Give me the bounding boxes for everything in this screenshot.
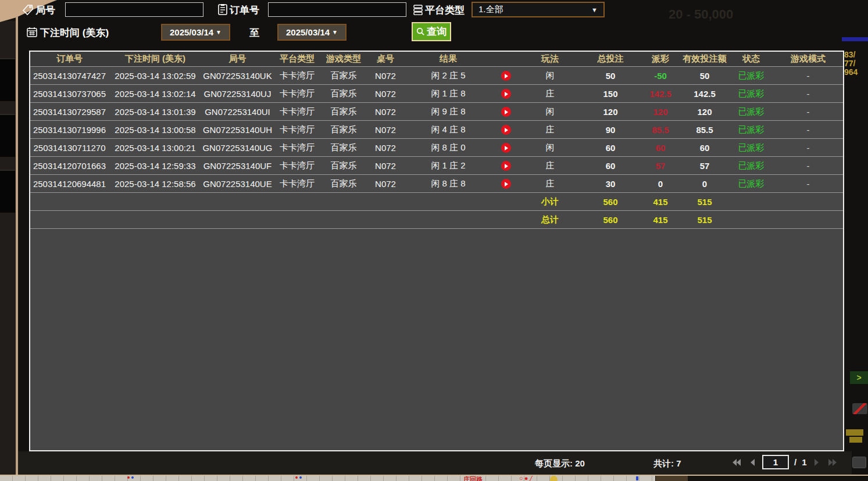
prev-page-button[interactable]: [748, 457, 757, 468]
date-from-picker[interactable]: 2025/03/14 ▼: [161, 24, 230, 41]
platform-type-select[interactable]: 1.全部 ▼: [471, 2, 605, 17]
cell-time: 2025-03-14 12:59:33: [109, 161, 202, 171]
cell-total_bet: 120: [580, 107, 641, 117]
table-row: 2503141207016632025-03-14 12:59:33GN0722…: [30, 157, 843, 175]
tag-icon: [22, 4, 34, 16]
orders-table: 订单号下注时间 (美东)局号平台类型游戏类型桌号结果玩法总投注派彩有效投注额状态…: [29, 51, 844, 451]
cell-round: GN072253140UG: [202, 143, 273, 153]
table-row: 2503141307199962025-03-14 13:00:58GN0722…: [30, 121, 843, 139]
table-row: 2503141307112702025-03-14 13:00:21GN0722…: [30, 139, 843, 157]
play-video-button[interactable]: [501, 89, 511, 99]
pagination: / 1: [730, 455, 839, 469]
page-number-input[interactable]: [762, 455, 789, 469]
query-button[interactable]: 查询: [412, 22, 451, 41]
cell-payout: -50: [641, 71, 680, 81]
background-roadmap-strip: 庄回路 ○●╱: [0, 476, 655, 481]
cell-platform: 卡卡湾厅: [273, 160, 321, 171]
cell-time: 2025-03-14 13:00:21: [109, 143, 202, 153]
play-video-button[interactable]: [501, 161, 511, 171]
next-page-button[interactable]: [812, 457, 821, 468]
table-header-row: 订单号下注时间 (美东)局号平台类型游戏类型桌号结果玩法总投注派彩有效投注额状态…: [30, 52, 843, 67]
cell-game: 百家乐: [321, 142, 366, 153]
cell-valid_bet: 50: [680, 71, 729, 81]
cell-total_bet: 60: [580, 143, 641, 153]
cell-time: 2025-03-14 13:00:58: [109, 125, 202, 135]
cell-playtype: 庄: [520, 88, 580, 99]
table-row: 2503141307474272025-03-14 13:02:59GN0722…: [30, 67, 843, 85]
total-count-label: 共计:: [653, 458, 674, 468]
first-page-button[interactable]: [730, 457, 743, 468]
header-playtype: 玩法: [520, 53, 580, 64]
cell-order: 250314120701663: [30, 161, 109, 171]
total-row: 总计560415515: [30, 211, 843, 229]
cell-playtype: 庄: [520, 178, 580, 189]
play-icon: [505, 182, 508, 186]
play-icon: [505, 146, 508, 150]
cell-round: GN072253140UF: [202, 161, 273, 171]
last-page-button[interactable]: [826, 457, 839, 468]
date-to-picker[interactable]: 2025/03/14 ▼: [277, 24, 347, 41]
footer-bar: [18, 451, 852, 475]
search-icon: [416, 27, 425, 36]
cell-status: 已派彩: [729, 88, 773, 99]
background-sidebar-block: [0, 114, 15, 157]
clipboard-icon: [217, 3, 228, 15]
cell-platform: 卡卡湾厅: [273, 142, 321, 153]
cell-valid_bet: 120: [680, 107, 729, 117]
background-dot: [127, 476, 130, 479]
cell-round: GN072253140UJ: [202, 89, 273, 99]
background-dot: [295, 476, 298, 479]
cell-mode: -: [773, 179, 843, 189]
header-status: 状态: [729, 53, 773, 64]
caret-down-icon: ▼: [216, 29, 222, 35]
cell-time: 2025-03-14 13:02:14: [109, 89, 202, 99]
header-time: 下注时间 (美东): [109, 53, 202, 64]
total-row-payout: 415: [641, 215, 680, 225]
caret-down-icon: ▼: [591, 6, 598, 13]
cell-platform: 卡卡湾厅: [273, 106, 321, 117]
background-dot: [299, 476, 302, 479]
cell-playtype: 庄: [520, 160, 580, 171]
cell-mode: -: [773, 71, 843, 81]
cell-game: 百家乐: [321, 160, 366, 171]
cell-status: 已派彩: [729, 160, 773, 171]
cell-mode: -: [773, 107, 843, 117]
cell-mode: -: [773, 143, 843, 153]
play-video-button[interactable]: [501, 125, 511, 135]
cell-order: 250314130737065: [30, 89, 109, 99]
play-video-button[interactable]: [501, 107, 511, 117]
play-video-button[interactable]: [501, 71, 511, 81]
cell-result: 闲 8 庄 0: [405, 142, 492, 153]
cell-result: 闲 4 庄 8: [405, 124, 492, 135]
calendar-icon: [26, 26, 38, 38]
cell-status: 已派彩: [729, 124, 773, 135]
cell-order: 250314130719996: [30, 125, 109, 135]
background-text-fragment: 83/: [844, 50, 855, 59]
play-icon: [505, 110, 508, 114]
page-total: 1: [802, 457, 806, 467]
cell-result: 闲 1 庄 2: [405, 160, 492, 171]
cell-valid_bet: 85.5: [680, 125, 729, 135]
order-id-input[interactable]: [268, 2, 406, 17]
play-video-button[interactable]: [501, 143, 511, 153]
table-body: 2503141307474272025-03-14 13:02:59GN0722…: [30, 67, 843, 229]
cell-order: 250314130711270: [30, 143, 109, 153]
cell-table_no: N072: [366, 161, 405, 171]
play-icon: [505, 92, 508, 96]
cell-total_bet: 150: [580, 89, 641, 99]
subtotal-row-total_bet: 560: [580, 197, 641, 207]
header-result: 结果: [405, 53, 492, 64]
cell-replay: [492, 160, 520, 171]
round-id-input[interactable]: [65, 2, 203, 17]
cell-table_no: N072: [366, 71, 405, 81]
date-to-value: 2025/03/14: [286, 27, 330, 37]
total-count-text: 共计: 7: [653, 458, 681, 469]
cell-replay: [492, 178, 520, 189]
cell-round: GN072253140UI: [202, 107, 273, 117]
cell-game: 百家乐: [321, 88, 366, 99]
cell-order: 250314120694481: [30, 179, 109, 189]
play-video-button[interactable]: [501, 179, 511, 189]
cell-status: 已派彩: [729, 142, 773, 153]
play-icon: [505, 74, 508, 78]
cell-playtype: 庄: [520, 124, 580, 135]
